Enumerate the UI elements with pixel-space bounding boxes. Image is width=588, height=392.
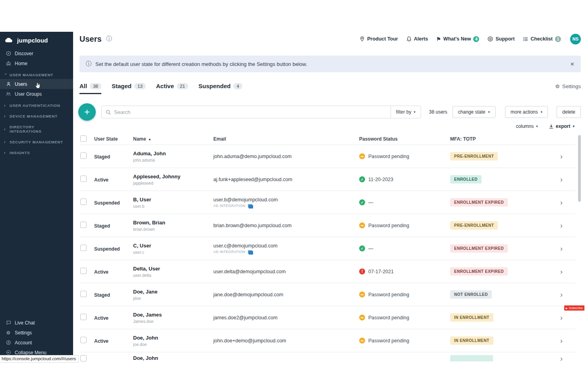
chevron-right-icon[interactable]: ›	[560, 153, 563, 160]
filter-by-dropdown[interactable]: filter by ▾	[391, 106, 421, 118]
add-user-button[interactable]: +	[78, 103, 96, 121]
table-row[interactable]: Doe, John AD Integration: ›	[79, 352, 575, 361]
password-status-text: Password pending	[368, 315, 409, 321]
product-tour-button[interactable]: Product Tour	[360, 36, 398, 42]
whats-new-button[interactable]: ⚑ What's New 4	[436, 36, 479, 42]
scrollbar-thumb[interactable]	[578, 135, 581, 202]
chevron-right-icon[interactable]: ›	[560, 176, 563, 183]
support-button[interactable]: Support	[487, 36, 514, 42]
table-row[interactable]: Active Doe, John joe.doe john.doe+demo@j…	[79, 329, 575, 352]
search-input[interactable]	[114, 109, 391, 115]
sort-asc-icon: ▲	[148, 137, 151, 141]
chevron-right-icon: ›	[4, 140, 7, 144]
row-checkbox[interactable]	[80, 176, 87, 182]
export-dropdown[interactable]: export ▾	[549, 124, 574, 129]
table-row[interactable]: Suspended B, User user.b user.b@demojump…	[79, 191, 575, 214]
columns-dropdown[interactable]: columns ▾	[516, 124, 538, 129]
col-password-status[interactable]: Password Status	[359, 136, 450, 142]
select-all-checkbox[interactable]	[80, 135, 87, 142]
alerts-label: Alerts	[414, 36, 428, 42]
filter-by-label: filter by	[396, 109, 412, 115]
sidebar-item-user-groups[interactable]: User Groups	[0, 89, 73, 99]
row-checkbox[interactable]	[80, 153, 87, 159]
user-state: Active	[93, 338, 108, 344]
chevron-right-icon[interactable]: ›	[560, 355, 563, 361]
sidebar-item-label: Users	[15, 81, 27, 87]
section-label: INSIGHTS	[10, 151, 30, 155]
sidebar-item-live-chat[interactable]: Live Chat	[0, 318, 73, 328]
sidebar-section-user-management[interactable]: › USER MANAGEMENT	[0, 68, 73, 79]
checklist-button[interactable]: Checklist 1	[523, 36, 561, 42]
password-status-text: 07-17-2021	[368, 269, 394, 274]
col-name[interactable]: Name ▲	[133, 136, 213, 142]
delete-button[interactable]: delete	[557, 106, 581, 118]
row-checkbox[interactable]	[80, 222, 87, 228]
jumpcloud-logo[interactable]: jumpcloud	[0, 32, 73, 48]
chevron-right-icon[interactable]: ›	[560, 222, 563, 229]
table-scrollbar[interactable]	[578, 135, 581, 360]
table-row[interactable]: Suspended C, User user.c user.c@demojump…	[79, 237, 575, 260]
chevron-right-icon[interactable]: ›	[560, 314, 563, 321]
status-bar-url: https://console.jumpcloud.com/#/users	[0, 355, 79, 363]
tab-staged[interactable]: Staged 13	[112, 83, 146, 93]
table-row[interactable]: Active Appleseed, Johnny jappleseed aj.f…	[79, 168, 575, 191]
sidebar-item-users[interactable]: Users	[0, 79, 73, 89]
ad-integration: AD Integration:	[213, 204, 359, 208]
change-state-button[interactable]: change state ▾	[453, 106, 495, 118]
sidebar-item-settings[interactable]: ⚙ Settings	[0, 328, 73, 338]
chevron-right-icon[interactable]: ›	[560, 268, 563, 275]
more-actions-button[interactable]: more actions ▾	[505, 106, 548, 118]
table-row[interactable]: Active Doe, James James.doe james.doe2@j…	[79, 306, 575, 329]
info-icon[interactable]: ⓘ	[106, 35, 112, 42]
password-status-icon	[359, 245, 365, 251]
sidebar-item-discover[interactable]: Discover	[0, 48, 73, 58]
table-row[interactable]: Active Delta, User user.delta user.delta…	[79, 260, 575, 283]
tab-all[interactable]: All 38	[79, 83, 101, 94]
password-status-icon	[359, 292, 365, 297]
table-row[interactable]: Staged Doe, Jane jdoe jane.doe@demojumpc…	[79, 283, 575, 306]
alerts-button[interactable]: Alerts	[406, 36, 428, 42]
sidebar: jumpcloud Discover Home › USER MANAGEMEN…	[0, 32, 73, 361]
avatar[interactable]: NS	[570, 34, 581, 44]
row-checkbox[interactable]	[80, 337, 87, 343]
table-row[interactable]: Staged Brown, Brian brian.brown brian.br…	[79, 214, 575, 237]
mfa-badge: ENROLLED	[450, 175, 482, 183]
sidebar-section-device-management[interactable]: › DEVICE MANAGEMENT	[0, 110, 73, 120]
tab-active[interactable]: Active 21	[156, 83, 188, 93]
password-status-text: 11-20-2023	[368, 177, 393, 182]
sidebar-section-insights[interactable]: › INSIGHTS	[0, 146, 73, 157]
mfa-badge: ENROLLMENT EXPIRED	[450, 198, 508, 207]
user-username: user.c	[133, 250, 213, 255]
row-checkbox[interactable]	[80, 314, 87, 320]
chevron-right-icon[interactable]: ›	[560, 337, 563, 344]
table-row[interactable]: Staged Aduma, John john.aduma john.aduma…	[79, 145, 575, 168]
col-email[interactable]: Email	[213, 136, 359, 142]
row-checkbox[interactable]	[80, 199, 87, 205]
tab-suspended[interactable]: Suspended 4	[199, 83, 242, 93]
chevron-right-icon[interactable]: ›	[560, 291, 563, 298]
tab-label: All	[79, 83, 87, 89]
user-username: brian.brown	[133, 227, 213, 232]
password-status-icon	[359, 176, 365, 182]
close-icon[interactable]: ✕	[570, 61, 574, 67]
chevron-right-icon[interactable]: ›	[560, 199, 563, 206]
user-name: Doe, John	[133, 355, 213, 361]
row-checkbox[interactable]	[80, 268, 87, 274]
sidebar-item-account[interactable]: Account	[0, 338, 73, 348]
sidebar-section-user-authentication[interactable]: › USER AUTHENTICATION	[0, 99, 73, 110]
subscribe-overlay[interactable]: ▶ Subscribe	[564, 305, 584, 311]
col-mfa-totp[interactable]: MFA: TOTP	[450, 136, 547, 142]
chevron-down-icon: ›	[4, 73, 8, 77]
page-title: Users	[79, 35, 102, 44]
more-actions-label: more actions	[511, 109, 538, 115]
settings-link[interactable]: ⚙ Settings	[555, 83, 581, 89]
row-checkbox[interactable]	[80, 291, 87, 297]
sidebar-section-directory-integrations[interactable]: › DIRECTORY INTEGRATIONS	[0, 120, 73, 135]
sidebar-section-security-management[interactable]: › SECURITY MANAGEMENT	[0, 135, 73, 146]
col-user-state[interactable]: User State	[93, 136, 133, 142]
sidebar-item-home[interactable]: Home	[0, 58, 73, 68]
checklist-icon	[523, 37, 528, 42]
chevron-right-icon[interactable]: ›	[560, 245, 563, 252]
row-checkbox[interactable]	[80, 245, 87, 251]
row-checkbox[interactable]	[80, 355, 87, 361]
